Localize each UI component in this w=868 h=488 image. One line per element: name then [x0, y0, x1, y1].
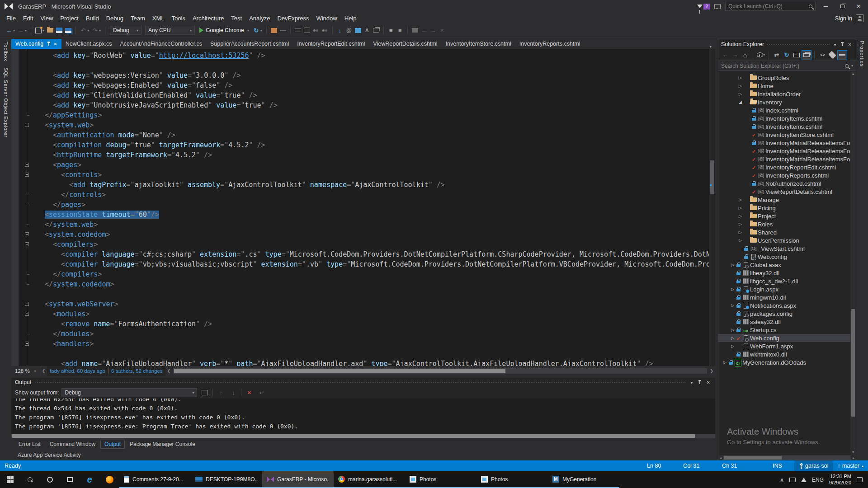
tree-item-notauthorized-cshtml[interactable]: [@]NotAuthorized.cshtml	[718, 179, 856, 188]
menu-project[interactable]: Project	[57, 14, 82, 23]
toggle-word-wrap-icon[interactable]	[257, 388, 266, 397]
undo-icon[interactable]: ▾	[80, 27, 89, 34]
scroll-right-icon[interactable]: ❯	[708, 369, 715, 373]
menu-view[interactable]: View	[37, 14, 57, 23]
text-case-icon[interactable]	[364, 27, 370, 34]
properties-icon[interactable]	[828, 51, 837, 60]
branch-picker-button[interactable]: ↑ master ▴	[833, 460, 868, 471]
pin-icon[interactable]	[840, 42, 844, 47]
task-list-icon[interactable]	[295, 28, 301, 33]
tree-item-webform1-aspx[interactable]: ▷WebForm1.aspx	[718, 342, 856, 350]
close-icon[interactable]: ✕	[705, 380, 712, 385]
menu-window[interactable]: Window	[312, 14, 340, 23]
sync-with-active-document-icon[interactable]	[772, 51, 781, 60]
scroll-down-icon[interactable]: ▾	[850, 450, 856, 454]
previous-message-icon[interactable]	[216, 388, 225, 397]
tree-item-global-asax[interactable]: ▷Global.asax	[718, 261, 856, 269]
tree-item-project[interactable]: ▷Project	[718, 212, 856, 220]
document-outline-icon[interactable]	[304, 28, 310, 33]
scrollbar-thumb[interactable]	[724, 456, 782, 460]
scroll-left-icon[interactable]: ❮	[40, 369, 47, 373]
tree-item-inventorymatrialreleaseitemsforf[interactable]: [@]InventoryMatrialReleaseItemsForF	[718, 155, 856, 163]
go-to-message-icon[interactable]	[200, 388, 209, 397]
code-line[interactable]: </system.web>	[11, 220, 709, 230]
redo-icon[interactable]: ▾	[92, 27, 101, 34]
menu-debug[interactable]: Debug	[103, 14, 127, 23]
code-editor[interactable]: <add key="RootWeb" value="http://localho…	[11, 49, 715, 366]
copy-icon[interactable]	[373, 28, 379, 33]
break-all-icon[interactable]	[280, 30, 286, 31]
code-line[interactable]: <compilers>	[11, 239, 709, 249]
save-all-icon[interactable]	[65, 28, 71, 33]
scroll-left-icon[interactable]: ❮	[165, 369, 173, 373]
taskbar-app-desktop-1p9m8o-[interactable]: DESKTOP-1P9M8O...	[191, 471, 262, 488]
navigate-backward-icon[interactable]: ▾	[6, 27, 15, 34]
collapsed-arrow-icon[interactable]: ▷	[730, 303, 736, 308]
tree-item-inventoryreportedit-cshtml[interactable]: [@]InventoryReportEdit.cshtml	[718, 163, 856, 171]
back-icon[interactable]	[721, 51, 730, 60]
tree-item-roles[interactable]: ▷Roles	[718, 220, 856, 228]
tree-item--viewstart-cshtml[interactable]: [@]_ViewStart.cshtml	[718, 244, 856, 253]
tree-item-manage[interactable]: ▷Manage	[718, 196, 856, 204]
home-icon[interactable]	[741, 51, 750, 60]
taskbar-clock[interactable]: 12:31 PM 9/29/2020	[829, 474, 851, 486]
scroll-right-icon[interactable]: ▸	[851, 456, 856, 460]
editor-horizontal-scrollbar[interactable]	[173, 368, 707, 374]
scroll-left-icon[interactable]: ◂	[718, 456, 723, 460]
tab-azure-app-service-activity[interactable]: Azure App Service Activity	[18, 452, 80, 458]
code-line[interactable]: <system.webServer>	[11, 299, 709, 309]
menu-devexpress[interactable]: DevExpress	[274, 14, 312, 23]
code-text-area[interactable]: <add key="RootWeb" value="http://localho…	[11, 49, 709, 366]
tab-overflow-button[interactable]: ▾	[706, 44, 715, 49]
collapse-all-icon[interactable]	[792, 51, 801, 60]
start-button[interactable]	[0, 471, 20, 488]
collapsed-arrow-icon[interactable]: ▷	[730, 263, 736, 267]
code-line[interactable]: <add key="webpages:Enabled" value="false…	[11, 80, 709, 90]
tab-newclient-aspx-cs[interactable]: NewClient.aspx.cs	[61, 39, 116, 49]
tab-accountandfinancecontroller-cs[interactable]: AccountAndFinanceController.cs	[116, 39, 206, 49]
code-line[interactable]: <httpRuntime targetFramework="4.5.2" />	[11, 150, 709, 160]
minimize-button[interactable]	[820, 2, 832, 11]
tree-item-viewreportdetails-cshtml[interactable]: [@]ViewReportDetails.cshtml	[718, 188, 856, 196]
tab-viewreportdetails-cshtml[interactable]: ViewReportDetails.cshtml	[369, 39, 441, 49]
editor-vertical-scrollbar[interactable]	[709, 49, 715, 366]
code-line[interactable]: </controls>	[11, 190, 709, 200]
tree-item-packages-config[interactable]: packages.config	[718, 310, 856, 318]
taskbar-app-mygeneration[interactable]: MMyGeneration	[548, 471, 619, 488]
code-line[interactable]: <remove name="FormsAuthentication" />	[11, 319, 709, 329]
code-line[interactable]	[11, 349, 709, 359]
view-code-icon[interactable]	[818, 51, 827, 60]
language-indicator[interactable]: ENG	[812, 477, 824, 483]
window-position-button[interactable]: ▾	[833, 42, 838, 47]
restart-icon[interactable]: ▾	[253, 27, 262, 34]
tree-item-web-config[interactable]: Web.config	[718, 253, 856, 261]
tree-item-web-config[interactable]: ▷Web.config	[718, 334, 856, 342]
tree-item-login-aspx[interactable]: ▷Login.aspx	[718, 285, 856, 293]
close-icon[interactable]: ✕	[53, 42, 57, 47]
panel-drag-grip[interactable]	[35, 381, 686, 384]
tab-error-list[interactable]: Error List	[15, 440, 44, 448]
next-message-icon[interactable]	[229, 388, 238, 397]
step-forward-icon[interactable]	[430, 27, 436, 34]
close-button[interactable]: ✕	[853, 2, 864, 11]
collapsed-arrow-icon[interactable]: ▷	[737, 230, 743, 235]
tab-web-config[interactable]: Web.config✕	[11, 39, 61, 49]
scroll-up-icon[interactable]: ▴	[850, 72, 856, 76]
show-all-files-icon[interactable]	[838, 51, 847, 60]
stop-icon[interactable]	[412, 28, 418, 33]
scrollbar-thumb[interactable]	[12, 434, 695, 438]
refresh-icon[interactable]	[782, 51, 791, 60]
editor-zoom-dropdown[interactable]: 128 % ▾	[11, 366, 40, 376]
feedback-icon[interactable]	[714, 4, 721, 9]
code-line[interactable]: <add key="UnobtrusiveJavaScriptEnabled" …	[11, 100, 709, 110]
attach-to-process-icon[interactable]	[271, 28, 277, 33]
cancel-icon[interactable]	[439, 27, 445, 34]
code-line[interactable]: </system.codedom>	[11, 279, 709, 289]
expanded-arrow-icon[interactable]: ◢	[737, 100, 743, 104]
display-tray-icon[interactable]	[789, 478, 796, 482]
start-debugging-button[interactable]: Google Chrome▾	[199, 27, 249, 33]
menu-architecture[interactable]: Architecture	[189, 14, 227, 23]
navigate-forward-icon[interactable]: ▾	[18, 27, 27, 34]
preview-selected-items-icon[interactable]	[802, 51, 811, 60]
code-line[interactable]: <system.codedom>	[11, 230, 709, 239]
